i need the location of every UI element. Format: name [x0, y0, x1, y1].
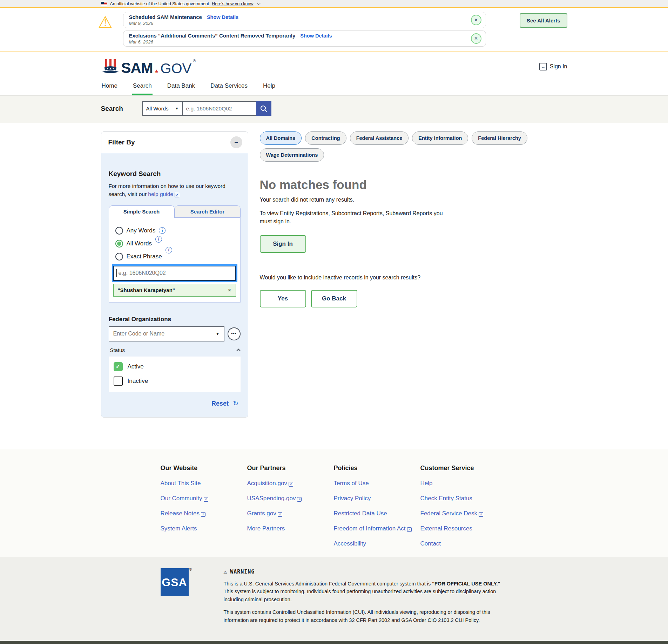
footer-link[interactable]: About This Site: [161, 480, 247, 487]
footer-link[interactable]: External Resources: [420, 525, 507, 532]
checkbox-inactive[interactable]: [114, 377, 123, 386]
footer-link[interactable]: Restricted Data Use: [334, 510, 420, 517]
footer-link[interactable]: Help: [420, 480, 507, 487]
search-icon: [260, 105, 268, 113]
footer-link[interactable]: Terms of Use: [334, 480, 420, 487]
alerts-section: ⚠ Scheduled SAM Maintenance Show Details…: [0, 8, 668, 52]
see-all-alerts-button[interactable]: See All Alerts: [520, 13, 567, 28]
checkbox-inactive-label: Inactive: [128, 378, 148, 385]
sam-gov-logo[interactable]: SAM ★ GOV ®: [101, 59, 196, 75]
pill-contracting[interactable]: Contracting: [305, 131, 346, 145]
pill-entity-information[interactable]: Entity Information: [412, 131, 468, 145]
go-back-button[interactable]: Go Back: [311, 290, 357, 307]
footer-link[interactable]: Contact: [420, 540, 507, 547]
close-alert-button[interactable]: ×: [471, 33, 481, 44]
sign-in-button[interactable]: Sign In: [260, 235, 306, 253]
uncle-sam-hat-icon: [101, 59, 120, 75]
footer-link[interactable]: USASpending.gov↗: [247, 495, 334, 502]
external-link-icon: ↗: [175, 193, 179, 197]
footer-link[interactable]: Accessibility: [334, 540, 420, 547]
nav-item-search[interactable]: Search: [132, 80, 153, 95]
footer-link[interactable]: Grants.gov↗: [247, 510, 334, 517]
how-you-know-link[interactable]: Here's how you know: [212, 1, 253, 6]
pill-federal-hierarchy[interactable]: Federal Hierarchy: [472, 131, 527, 145]
footer-link[interactable]: Federal Service Desk↗: [420, 510, 507, 517]
alert-title: Scheduled SAM Maintenance: [129, 14, 202, 20]
nav-item-data-services[interactable]: Data Services: [210, 80, 248, 95]
help-guide-link[interactable]: help guide↗: [148, 191, 179, 197]
logo-text-sam: SAM: [121, 61, 153, 75]
radio-all-words[interactable]: [115, 240, 123, 248]
site-header: SAM ★ GOV ® ← Sign In: [0, 52, 668, 75]
chevron-up-icon[interactable]: [236, 348, 240, 352]
sign-in-note: To view Entity Registrations, Subcontrac…: [260, 209, 444, 225]
reset-icon: ↻: [233, 400, 238, 407]
remove-chip-icon[interactable]: ×: [228, 287, 231, 294]
sign-in-link[interactable]: ← Sign In: [539, 63, 567, 70]
footer-link[interactable]: Acquisition.gov↗: [247, 480, 334, 487]
radio-any-words-label: Any Words: [127, 227, 156, 234]
federal-organizations-combobox[interactable]: Enter Code or Name ▼: [109, 326, 224, 341]
pill-federal-assistance[interactable]: Federal Assistance: [350, 131, 409, 145]
footer-link[interactable]: Release Notes↗: [161, 510, 247, 517]
more-options-button[interactable]: •••: [228, 327, 241, 340]
sign-in-label: Sign In: [550, 63, 567, 70]
radio-exact-phrase[interactable]: [115, 253, 123, 260]
reset-filters-link[interactable]: Reset: [211, 400, 229, 407]
alert-card: Scheduled SAM Maintenance Show Details M…: [123, 12, 486, 28]
alert-title: Exclusions “Additional Comments” Content…: [129, 33, 296, 39]
external-link-icon: ↗: [289, 482, 293, 487]
info-icon[interactable]: i: [155, 236, 162, 243]
footer-link[interactable]: Privacy Policy: [334, 495, 420, 502]
footer-link[interactable]: Our Community↗: [161, 495, 247, 502]
alert-date: Mar 6, 2026: [129, 39, 332, 45]
footer-link[interactable]: System Alerts: [161, 525, 247, 532]
gsa-logo[interactable]: GSA: [161, 568, 189, 596]
radio-exact-phrase-label: Exact Phrase: [127, 253, 162, 260]
pill-all-domains[interactable]: All Domains: [260, 131, 302, 145]
external-link-icon: ↗: [201, 512, 205, 517]
radio-any-words[interactable]: [115, 227, 123, 235]
close-alert-button[interactable]: ×: [471, 15, 481, 25]
text-caret: [116, 269, 117, 277]
search-submit-button[interactable]: [256, 101, 271, 116]
search-mode-select[interactable]: All Words ▼: [142, 101, 183, 116]
tab-search-editor[interactable]: Search Editor: [175, 205, 241, 218]
results-area: All Domains Contracting Federal Assistan…: [260, 131, 567, 307]
main-nav: Home Search Data Bank Data Services Help: [0, 80, 668, 95]
footer-col-heading: Customer Service: [420, 465, 507, 472]
footer-col-heading: Our Partners: [247, 465, 334, 472]
main-content: Filter By − Keyword Search For more info…: [0, 123, 668, 449]
footer-link[interactable]: Check Entity Status: [420, 495, 507, 502]
chevron-down-icon: [257, 1, 260, 5]
registered-mark: ®: [193, 59, 196, 63]
nav-item-data-bank[interactable]: Data Bank: [167, 80, 196, 95]
close-icon: ×: [474, 35, 478, 42]
us-flag-icon: [101, 2, 107, 6]
external-link-icon: ↗: [407, 527, 412, 532]
show-details-link[interactable]: Show Details: [207, 14, 238, 20]
yes-button[interactable]: Yes: [260, 290, 306, 307]
pill-wage-determinations[interactable]: Wage Determinations: [260, 148, 324, 162]
ellipsis-icon: •••: [231, 331, 237, 336]
global-search-input[interactable]: [183, 101, 256, 116]
tab-simple-search[interactable]: Simple Search: [109, 205, 175, 218]
collapse-filters-button[interactable]: −: [230, 136, 242, 148]
check-icon: ✓: [116, 363, 120, 370]
federal-organizations-heading: Federal Organizations: [109, 316, 241, 323]
keyword-search-heading: Keyword Search: [109, 170, 241, 178]
footer-link[interactable]: Freedom of Information Act↗: [334, 525, 420, 532]
combobox-placeholder: Enter Code or Name: [113, 331, 165, 337]
nav-item-help[interactable]: Help: [262, 80, 276, 95]
info-icon[interactable]: i: [166, 247, 172, 253]
no-matches-heading: No matches found: [260, 178, 567, 192]
checkbox-active[interactable]: ✓: [114, 362, 123, 371]
nav-item-home[interactable]: Home: [101, 80, 118, 95]
info-icon[interactable]: i: [159, 227, 166, 234]
filter-panel: Filter By − Keyword Search For more info…: [101, 131, 248, 418]
status-options: ✓ Active Inactive: [109, 357, 241, 392]
show-details-link[interactable]: Show Details: [300, 33, 332, 39]
footer-col-heading: Policies: [334, 465, 420, 472]
footer-link[interactable]: More Partners: [247, 525, 334, 532]
keyword-search-input[interactable]: [113, 266, 236, 281]
